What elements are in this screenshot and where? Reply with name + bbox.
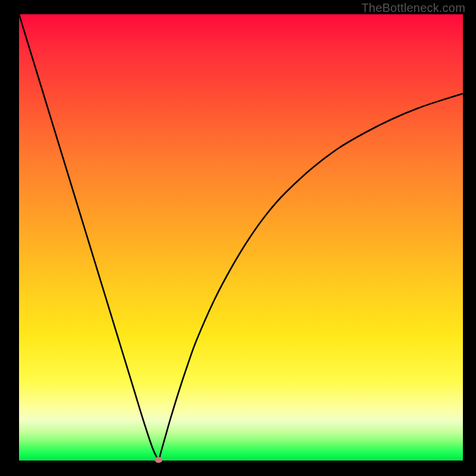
- chart-frame: TheBottleneck.com: [0, 0, 476, 476]
- bottleneck-curve: [19, 14, 463, 461]
- watermark-text: TheBottleneck.com: [361, 1, 465, 15]
- plot-area: [19, 14, 463, 461]
- optimal-point-marker: [155, 457, 162, 463]
